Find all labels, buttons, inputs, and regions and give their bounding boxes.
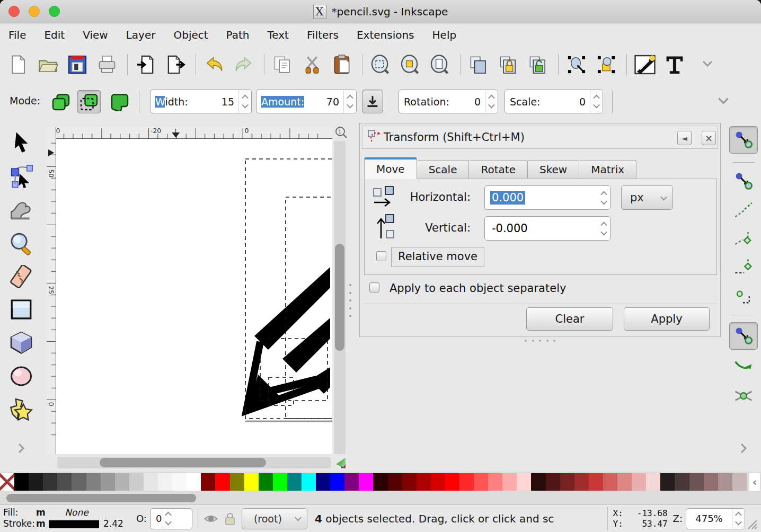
palette-swatch[interactable] (704, 473, 718, 491)
vertical-ruler[interactable]: 50 25 0 (47, 127, 56, 454)
palette-swatch[interactable] (431, 473, 445, 491)
color-managed-display-icon[interactable] (334, 457, 348, 471)
snap-nodes-icon[interactable] (729, 322, 758, 350)
canvas-horizontal-scrollbar[interactable] (57, 457, 331, 468)
opacity-value[interactable]: 0 (156, 513, 162, 524)
horizontal-entry[interactable]: 0.000 (484, 185, 610, 210)
spray-rotation-spinbox[interactable]: Rotation: 0 (399, 90, 498, 113)
rotation-spinner[interactable] (485, 90, 498, 113)
menu-object[interactable]: Object (164, 26, 217, 43)
tool-options-overflow-icon[interactable] (716, 96, 730, 108)
spray-copies-icon[interactable] (49, 90, 73, 113)
zoom-spinner[interactable] (732, 509, 745, 529)
apply-each-checkbox[interactable] (369, 282, 379, 292)
layer-lock-icon[interactable] (223, 511, 237, 526)
palette-swatch[interactable] (732, 473, 747, 491)
menu-path[interactable]: Path (217, 26, 259, 43)
menu-text[interactable]: Text (259, 26, 298, 43)
duplicate-icon[interactable] (467, 52, 490, 77)
relative-move-label[interactable]: Relative move (391, 247, 484, 267)
apply-each-label[interactable]: Apply to each object separately (390, 282, 566, 295)
ellipse-tool-icon[interactable] (7, 362, 35, 390)
spray-scale-spinbox[interactable]: Scale: 0 (505, 90, 603, 113)
snap-bounding-box-icon[interactable] (729, 167, 758, 195)
vertical-entry[interactable]: -0.000 (484, 216, 610, 241)
width-spinner[interactable] (238, 90, 251, 113)
use-pressure-toggle[interactable] (362, 90, 383, 113)
palette-swatch[interactable] (14, 473, 29, 491)
relative-move-checkbox[interactable] (376, 251, 386, 261)
zoom-page-icon[interactable] (428, 52, 452, 77)
palette-swatch[interactable] (603, 473, 617, 491)
palette-swatch[interactable] (330, 473, 344, 491)
fill-value[interactable]: None (49, 508, 104, 518)
export-icon[interactable] (164, 52, 187, 77)
sticky-zoom-icon[interactable]: 1 (334, 126, 348, 139)
selector-tool-icon[interactable] (7, 128, 35, 156)
snap-bbox-edge-midpoints-icon[interactable] (729, 253, 758, 281)
snap-bbox-centers-icon[interactable] (729, 282, 758, 309)
horizontal-value[interactable]: 0.000 (490, 191, 525, 205)
transform-dialog-header[interactable]: Transform (Shift+Ctrl+M) ◄ × (362, 126, 718, 149)
layer-visibility-icon[interactable] (203, 511, 218, 526)
palette-swatch[interactable] (287, 473, 302, 491)
zoom-spinbox[interactable]: 475% (686, 508, 745, 529)
hscroll-thumb[interactable] (100, 458, 266, 467)
apply-button[interactable]: Apply (624, 307, 710, 331)
spray-width-spinbox[interactable]: Width: 15 (150, 90, 252, 113)
palette-swatch[interactable] (215, 473, 229, 491)
edit-clone-icon[interactable] (595, 52, 618, 77)
palette-swatch[interactable] (29, 473, 43, 491)
import-icon[interactable] (134, 52, 157, 77)
spray-clones-icon[interactable] (77, 90, 101, 113)
opacity-spinbox[interactable]: 0 (150, 508, 192, 529)
tab-move[interactable]: Move (364, 157, 417, 179)
palette-scroll-left-icon[interactable]: ‹ (749, 473, 760, 491)
palette-swatch[interactable] (474, 473, 488, 491)
palette-swatch[interactable] (359, 473, 373, 491)
menu-layer[interactable]: Layer (117, 26, 165, 43)
palette-swatch[interactable] (560, 473, 574, 491)
palette-swatch[interactable] (689, 473, 704, 491)
paste-icon[interactable] (330, 52, 353, 77)
palette-swatch[interactable] (302, 473, 316, 491)
vertical-value[interactable]: -0.000 (490, 221, 529, 235)
menu-extensions[interactable]: Extensions (348, 26, 423, 43)
palette-swatch[interactable] (230, 473, 244, 491)
clear-button[interactable]: Clear (526, 307, 613, 331)
cut-icon[interactable] (300, 52, 324, 77)
zoom-tool-icon[interactable] (7, 230, 35, 258)
amount-spinner[interactable] (343, 90, 356, 113)
palette-swatch[interactable] (402, 473, 417, 491)
menu-view[interactable]: View (74, 26, 117, 43)
menu-help[interactable]: Help (423, 26, 466, 43)
menu-file[interactable]: File (7, 26, 35, 43)
palette-swatch[interactable] (172, 473, 187, 491)
snap-bbox-corners-icon[interactable] (729, 225, 758, 252)
measure-tool-icon[interactable] (7, 263, 35, 290)
scale-value[interactable]: 0 (579, 96, 590, 108)
stroke-color-swatch[interactable] (49, 520, 99, 528)
palette-swatch[interactable] (660, 473, 675, 491)
palette-swatch[interactable] (675, 473, 689, 491)
text-dialog-icon[interactable] (663, 52, 686, 77)
stroke-width-value[interactable]: 2.42 (103, 519, 123, 529)
fill-stroke-dialog-icon[interactable] (633, 52, 657, 77)
tab-matrix[interactable]: Matrix (579, 160, 636, 179)
unit-dropdown[interactable]: px (621, 185, 673, 210)
snap-paths-icon[interactable] (729, 353, 758, 380)
unlink-clone-icon[interactable] (526, 52, 550, 77)
snap-enable-icon[interactable] (729, 126, 758, 154)
fill-stroke-indicator[interactable]: Fill: m None Stroke: m 2.42 (3, 508, 133, 530)
vertical-spinner[interactable] (597, 217, 610, 240)
palette-scrollbar[interactable] (0, 492, 761, 504)
canvas-vertical-scrollbar[interactable] (334, 141, 346, 454)
snap-bbox-edges-icon[interactable] (729, 196, 758, 224)
star-tool-icon[interactable] (7, 395, 35, 423)
menu-edit[interactable]: Edit (35, 26, 74, 43)
palette-swatch[interactable] (373, 473, 387, 491)
palette-swatch[interactable] (718, 473, 732, 491)
dialog-close-button[interactable]: × (702, 131, 716, 145)
window-resize-grip[interactable] (746, 518, 758, 532)
horizontal-spinner[interactable] (597, 186, 610, 209)
